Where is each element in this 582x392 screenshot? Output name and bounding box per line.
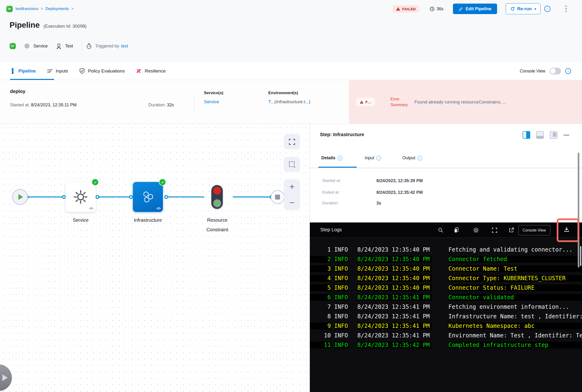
service-name[interactable]: Service [34,44,48,49]
tab-inputs-label: Inputs [56,68,68,74]
tab-policy-evaluations[interactable]: Policy Evaluations [79,62,125,80]
tab-pipeline-label: Pipeline [18,68,36,74]
log-line: 9INFO8/24/2023 12:35:41 PMKubernetes Nam… [310,321,582,331]
divider [82,40,82,52]
clock-icon [430,6,435,12]
fullscreen-icon [288,138,296,146]
log-copy-button[interactable] [453,227,460,234]
console-view-toggle[interactable] [549,68,561,74]
warning-triangle-icon [360,100,363,104]
stage-name[interactable]: deploy [10,89,25,94]
duration-label: Duration: [148,102,166,107]
service-step-label: Service [66,218,96,223]
execution-tab-bar: Pipeline Inputs Policy Evaluations Resil… [0,62,582,80]
canvas-zoom-panel [284,180,300,210]
details-info-icon[interactable]: i [337,156,342,160]
zoom-out-button[interactable] [289,199,295,206]
tab-inputs[interactable]: Inputs [47,62,68,80]
step-logs-title: Step Logs [320,227,342,232]
environment-name[interactable]: Test [65,44,73,49]
environments-label: Environment(s) [268,90,310,96]
canvas-select-button[interactable] [284,157,300,172]
tab-input[interactable]: Input i [365,156,381,160]
console-view-info-icon[interactable]: i [565,68,571,74]
annotation-highlight-download [557,218,579,242]
triggered-by-label: Triggered by [95,44,119,49]
expand-panel-handle[interactable] [0,364,12,391]
canvas-fullscreen-button[interactable] [284,134,300,149]
step-ended-value: 8/24/2023, 12:35:42 PM [376,190,423,195]
tab-output[interactable]: Output i [402,156,422,160]
edge-connector-dot [164,195,168,199]
infrastructure-step-node[interactable]: </> [133,182,163,212]
info-icon[interactable]: i [544,6,550,12]
failed-mini-badge: F… [356,98,375,106]
breadcrumb: ∞ testfrancisco > Deployments > FAILED 3… [6,3,568,14]
log-console-view-button[interactable]: Console View [518,225,550,235]
tab-pipeline[interactable]: Pipeline [10,62,36,80]
tab-resilience[interactable]: Resilience [136,62,166,80]
gear-icon [24,43,30,49]
page-header: ∞ testfrancisco > Deployments > FAILED 3… [0,0,582,62]
edit-pipeline-button[interactable]: Edit Pipeline [453,4,497,14]
infrastructure-step-label: Infrastructure [133,218,163,223]
service-step-node[interactable]: </> [66,182,96,212]
log-scrollbar[interactable] [580,246,581,266]
minimize-panel-button[interactable] [563,134,569,136]
layout-bottom-view-button[interactable] [536,131,544,139]
log-line: 6INFO8/24/2023 12:35:41 PMConnector vali… [310,292,582,302]
active-tab-underline [10,79,54,80]
title-row: Pipeline (Execution Id: 30098) [10,20,87,30]
layout-float-view-button[interactable] [550,131,557,139]
end-node[interactable] [271,190,284,204]
triggered-by-user-link[interactable]: test [121,44,128,49]
breadcrumb-deployments-link[interactable]: Deployments [45,6,69,11]
pipeline-canvas[interactable]: </> Service </> Infrastructure Resource … [0,124,310,392]
step-started-value: 8/24/2023, 12:35:39 PM [376,178,423,183]
resource-constraint-node[interactable] [211,185,223,209]
success-check-badge [92,178,99,186]
log-line: 7INFO8/24/2023 12:35:41 PMFetching envir… [310,302,582,312]
edge [27,196,64,198]
gear-icon [73,189,89,205]
service-link[interactable]: Service [204,99,219,104]
step-ended-label: Ended at: [322,190,376,195]
output-info-icon[interactable]: i [417,156,422,160]
log-line: 10INFO8/24/2023 12:35:41 PMEnvironment N… [310,331,582,340]
zoom-in-button[interactable] [289,183,295,190]
tab-details[interactable]: Details i [321,156,342,160]
success-check-badge [159,178,166,186]
tab-resilience-label: Resilience [145,68,166,74]
services-block: Service(s) Service [204,90,223,104]
step-logs-panel: Step Logs Console View [310,222,582,392]
environments-block: Environment(s) T...(Infrastructure:t...) [268,90,310,104]
start-node[interactable] [12,189,28,205]
input-info-icon[interactable]: i [376,156,381,160]
chevron-down-icon[interactable]: ▾ [534,7,536,11]
error-summary-label: Error Summary [390,96,412,108]
infrastructure-link[interactable]: t... [304,99,309,104]
log-fullscreen-button[interactable] [491,227,498,234]
console-view-cluster: Console View i [520,62,571,80]
layout-right-view-button[interactable] [523,131,530,139]
started-at-label: Started at: [10,102,30,107]
environment-infra-text: (Infrastructure: [274,99,304,104]
breadcrumb-org-link[interactable]: testfrancisco [16,6,38,11]
more-options-menu[interactable] [564,4,568,13]
traffic-light-green [213,199,221,207]
infinity-glyph: ∞ [8,6,11,11]
rerun-button[interactable]: Re-run ▾ [506,3,540,14]
resilience-icon [136,68,142,74]
environment-link[interactable]: T... [268,99,274,104]
log-lines[interactable]: 1INFO8/24/2023 12:35:40 PMFetching and v… [310,238,582,392]
header-actions: FAILED 36s Edit Pipeline Re-run ▾ i [393,3,568,14]
detail-row-duration: Duration: 3s [322,201,381,206]
log-open-external-button[interactable] [508,227,514,234]
pipeline-icon [10,68,15,74]
log-line: 4INFO8/24/2023 12:35:40 PMConnector Type… [310,274,582,283]
edge-connector-dot [95,195,99,199]
log-settings-button[interactable] [472,227,479,234]
tab-input-label: Input [365,156,374,160]
panel-scrollbar[interactable] [578,152,579,268]
log-search-button[interactable] [437,227,444,234]
